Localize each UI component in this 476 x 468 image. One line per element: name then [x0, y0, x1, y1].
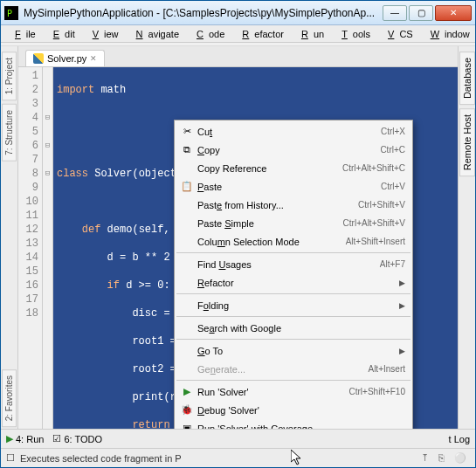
line-number: 5 [20, 125, 38, 139]
tab-label: Solver.py [47, 53, 86, 64]
menu-refactor[interactable]: Refactor [231, 27, 289, 41]
context-item-label: Go To [196, 346, 399, 356]
close-button[interactable]: ✕ [435, 5, 472, 21]
line-number: 9 [20, 181, 38, 195]
line-number: 3 [20, 97, 38, 111]
context-separator [176, 293, 410, 294]
right-tool-strip: Database Remote Host [458, 46, 475, 429]
status-checkbox[interactable]: ☐ [6, 452, 15, 464]
context-shortcut: Ctrl+X [381, 127, 405, 136]
menu-vcs[interactable]: VCS [377, 27, 418, 41]
close-tab-icon[interactable]: ✕ [90, 54, 97, 63]
context-item[interactable]: Go To▶ [175, 341, 412, 360]
fold-gutter: ⊟⊟⊟ [43, 67, 53, 429]
menu-file[interactable]: File [4, 27, 41, 41]
run-tool-button[interactable]: ▶4: Run [6, 433, 44, 444]
editor-tabs: Solver.py ✕ [18, 46, 458, 67]
line-number: 7 [20, 153, 38, 167]
structure-tool-tab[interactable]: 7: Structure [2, 104, 17, 162]
svg-text:P: P [7, 9, 12, 18]
context-item[interactable]: ▶Run 'Solver'Ctrl+Shift+F10 [175, 382, 412, 401]
context-item[interactable]: ▣Run 'Solver' with Coverage [175, 419, 412, 429]
submenu-arrow-icon: ▶ [399, 347, 405, 355]
context-item-label: Paste Simple [196, 218, 343, 229]
remote-host-tool-tab[interactable]: Remote Host [459, 108, 475, 176]
line-number: 12 [20, 223, 38, 237]
body-area: 1: Project 7: Structure 2: Favorites Sol… [1, 46, 475, 429]
context-item[interactable]: Refactor▶ [175, 273, 412, 292]
context-item[interactable]: ✂CutCtrl+X [175, 122, 412, 141]
python-file-icon [33, 53, 44, 64]
context-item-label: Copy Reference [196, 163, 342, 174]
cut-icon: ✂ [178, 126, 196, 137]
context-item[interactable]: ⧉CopyCtrl+C [175, 141, 412, 159]
status-bar: ☐ Executes selected code fragment in P ⤒… [1, 448, 475, 467]
menu-window[interactable]: Window [420, 27, 475, 41]
context-item-label: Generate... [196, 364, 368, 375]
menu-tools[interactable]: Tools [331, 27, 376, 41]
menubar: FileEditViewNavigateCodeRefactorRunTools… [1, 25, 475, 43]
context-item[interactable]: Column Selection ModeAlt+Shift+Insert [175, 232, 412, 251]
minimize-button[interactable]: — [383, 5, 407, 21]
titlebar: P MySimplePythonApplication - [C:\Sample… [1, 1, 475, 25]
favorites-tool-tab[interactable]: 2: Favorites [2, 369, 17, 427]
context-shortcut: Ctrl+Alt+Shift+V [343, 218, 405, 228]
context-shortcut: Ctrl+C [380, 145, 405, 155]
context-item-label: Run 'Solver' [196, 387, 349, 397]
context-item[interactable]: Folding▶ [175, 296, 412, 314]
context-shortcut: Ctrl+Shift+V [358, 200, 405, 210]
context-item-label: Find Usages [196, 259, 380, 270]
app-icon: P [4, 6, 18, 20]
submenu-arrow-icon: ▶ [399, 301, 405, 310]
menu-code[interactable]: Code [186, 27, 230, 41]
editor-tab-solver[interactable]: Solver.py ✕ [25, 50, 105, 66]
paste-icon: 📋 [178, 181, 196, 192]
context-item[interactable]: 🐞Debug 'Solver' [175, 401, 412, 419]
line-number: 14 [20, 251, 38, 265]
bottom-tool-bar: ▶4: Run ☑6: TODO t Log [1, 429, 475, 448]
database-tool-tab[interactable]: Database [459, 52, 475, 105]
status-icons[interactable]: ⤒ ⎘ ⚪ [421, 452, 470, 464]
context-shortcut: Alt+Insert [368, 364, 405, 374]
line-number: 16 [20, 279, 38, 292]
context-item[interactable]: Paste from History...Ctrl+Shift+V [175, 196, 412, 214]
run-icon: ▶ [6, 433, 13, 444]
line-number: 15 [20, 265, 38, 279]
context-item-label: Folding [196, 300, 399, 311]
context-item-label: Paste from History... [196, 200, 358, 210]
context-shortcut: Ctrl+Shift+F10 [349, 387, 405, 396]
context-separator [176, 339, 410, 340]
context-item[interactable]: Find UsagesAlt+F7 [175, 255, 412, 273]
menu-navigate[interactable]: Navigate [126, 27, 184, 41]
line-gutter: 123456789101112131415161718 [18, 67, 43, 429]
menu-edit[interactable]: Edit [43, 27, 80, 41]
context-separator [176, 380, 410, 381]
event-log-button[interactable]: t Log [449, 434, 470, 444]
context-item-label: Cut [196, 127, 381, 137]
context-item: Generate...Alt+Insert [175, 360, 412, 378]
context-item-label: Run 'Solver' with Coverage [196, 423, 405, 430]
line-number: 8 [20, 167, 38, 181]
debug-icon: 🐞 [178, 404, 196, 416]
context-item[interactable]: Search with Google [175, 319, 412, 337]
run-icon: ▶ [178, 386, 196, 397]
menu-view[interactable]: View [82, 27, 124, 41]
left-tool-strip: 1: Project 7: Structure 2: Favorites [1, 46, 18, 429]
line-number: 17 [20, 292, 38, 306]
context-shortcut: Alt+Shift+Insert [346, 237, 405, 246]
context-item[interactable]: Copy ReferenceCtrl+Alt+Shift+C [175, 159, 412, 177]
menu-run[interactable]: Run [291, 27, 329, 41]
context-item-label: Refactor [196, 278, 399, 288]
context-item[interactable]: 📋PasteCtrl+V [175, 177, 412, 196]
line-number: 6 [20, 139, 38, 153]
context-menu: ✂CutCtrl+X⧉CopyCtrl+CCopy ReferenceCtrl+… [174, 120, 413, 429]
context-item-label: Search with Google [196, 323, 405, 334]
context-separator [176, 252, 410, 253]
line-number: 18 [20, 306, 38, 320]
context-item-label: Paste [196, 182, 381, 192]
maximize-button[interactable]: ▢ [409, 5, 433, 21]
submenu-arrow-icon: ▶ [399, 279, 405, 287]
project-tool-tab[interactable]: 1: Project [2, 52, 17, 100]
context-item[interactable]: Paste SimpleCtrl+Alt+Shift+V [175, 214, 412, 232]
todo-tool-button[interactable]: ☑6: TODO [52, 433, 102, 444]
